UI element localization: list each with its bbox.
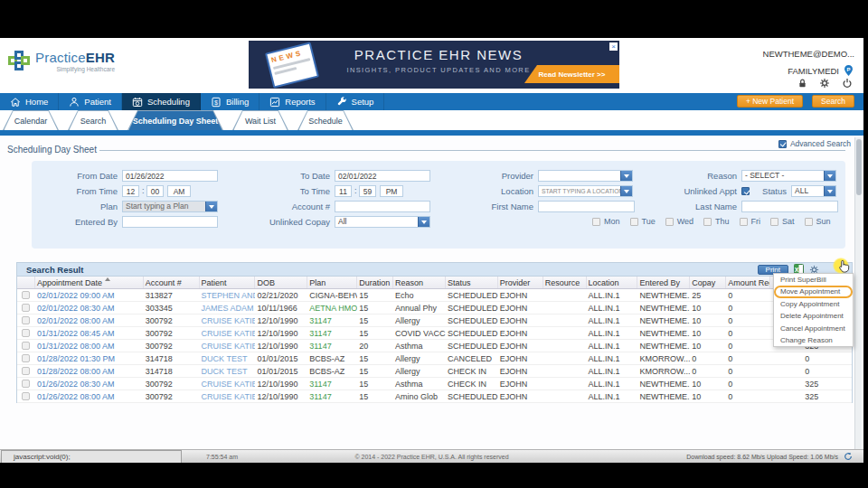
table-row[interactable]: 01/28/2022 01:30 PM314718DUCK TEST01/01/… [17,352,852,365]
tab-calendar[interactable]: Calendar [3,110,59,130]
weekday-mon-checkbox[interactable] [592,218,600,226]
entered-by-input[interactable] [122,216,218,228]
tab-search[interactable]: Search [68,110,118,130]
menu-item-change-reason[interactable]: Change Reason [774,334,853,346]
unlinked-copay-select[interactable]: All [335,216,430,228]
row-checkbox[interactable] [22,291,30,299]
cell-patient[interactable]: DUCK TEST [200,365,256,377]
cell-patient[interactable]: JAMES ADAM [200,302,256,314]
cell-appointment_date[interactable]: 01/28/2022 08:00 AM [35,365,144,377]
first-name-input[interactable] [538,201,635,212]
location-select[interactable]: START TYPING A LOCATION [538,185,633,197]
tab-scheduling-day-sheet[interactable]: Scheduling Day Sheet [127,110,223,130]
from-time-minute-input[interactable] [146,185,164,197]
weekday-wed-checkbox[interactable] [665,218,674,226]
power-icon[interactable] [842,78,853,89]
scrollbar-thumb[interactable] [856,139,862,195]
cell-appointment_date[interactable]: 01/26/2022 08:30 AM [35,378,144,389]
chevron-down-icon[interactable] [205,202,217,211]
nav-item-setup[interactable]: Setup [326,93,385,110]
column-header-dob[interactable]: DOB [255,277,307,288]
row-checkbox[interactable] [22,304,30,312]
menu-item-cancel-appointment[interactable]: Cancel Appointment [774,323,853,334]
cell-appointment_date[interactable]: 02/01/2022 08:00 AM [35,314,144,326]
menu-item-copy-appointment[interactable]: Copy Appointment [774,298,853,310]
weekday-thu-checkbox[interactable] [703,218,712,226]
tab-schedule[interactable]: Schedule [297,110,354,130]
location-pin-icon[interactable]: P [843,64,854,78]
table-row[interactable]: 02/01/2022 08:30 AM303345JAMES ADAM10/11… [17,302,852,314]
row-checkbox[interactable] [22,380,30,388]
read-newsletter-button[interactable]: Read Newsletter >> [524,65,619,83]
new-patient-button[interactable]: + New Patient [737,95,803,108]
table-row[interactable]: 02/01/2022 09:00 AM313827STEPHEN AND...0… [17,289,852,302]
lock-icon[interactable] [797,78,807,89]
table-row[interactable]: 01/31/2022 08:00 AM300792CRUISE KATIE12/… [17,340,852,352]
cell-appointment_date[interactable]: 01/28/2022 01:30 PM [35,352,144,364]
column-header-status[interactable]: Status [446,277,498,288]
chevron-down-icon[interactable] [824,171,835,181]
from-time-hour-input[interactable] [122,185,139,197]
to-time-minute-input[interactable] [359,185,376,197]
column-header-reason[interactable]: Reason [393,277,446,288]
cell-appointment_date[interactable]: 01/31/2022 08:45 AM [35,327,144,339]
row-checkbox[interactable] [22,316,30,324]
chevron-down-icon[interactable] [620,171,632,181]
column-header-account[interactable]: Account # [144,277,200,288]
row-checkbox[interactable] [22,342,30,350]
nav-item-billing[interactable]: $Billing [201,93,259,110]
table-row[interactable]: 01/26/2022 08:30 AM300792CRUISE KATIE12/… [17,378,852,390]
nav-item-scheduling[interactable]: Scheduling [122,93,201,110]
top-search-button[interactable]: Search [812,95,854,108]
reason-select[interactable]: - SELECT - [741,170,836,182]
cell-patient[interactable]: CRUISE KATIE [200,390,256,402]
weekday-sun-checkbox[interactable] [805,218,813,226]
status-select[interactable]: ALL [791,185,836,197]
refresh-icon[interactable] [844,452,853,461]
cell-patient[interactable]: CRUISE KATIE [200,340,256,352]
cell-patient[interactable]: DUCK TEST [200,352,256,364]
unlinked-appt-checkbox[interactable] [741,187,750,195]
cell-patient[interactable]: CRUISE KATIE [200,378,256,389]
cell-appointment_date[interactable]: 02/01/2022 08:30 AM [35,302,144,314]
cell-appointment_date[interactable]: 01/26/2022 08:00 AM [35,390,144,402]
table-row[interactable]: 01/26/2022 08:00 AM300792CRUISE KATIE12/… [17,390,852,403]
news-banner[interactable]: NEWS PRACTICE EHR NEWS INSIGHTS, PRODUCT… [249,41,619,89]
from-date-input[interactable] [122,170,218,182]
column-header-amount[interactable]: Amount Rec [726,277,770,288]
column-header-provider[interactable]: Provider [498,277,543,288]
cell-appointment_date[interactable]: 02/01/2022 09:00 AM [35,289,144,301]
column-header-entered_by[interactable]: Entered By [637,277,690,288]
gear-icon[interactable] [819,78,830,89]
tab-wait-list[interactable]: Wait List [232,110,288,130]
nav-item-reports[interactable]: Reports [259,93,326,110]
cell-appointment_date[interactable]: 01/31/2022 08:00 AM [35,340,144,352]
table-row[interactable]: 01/31/2022 08:45 AM300792CRUISE KATIE12/… [17,327,852,340]
column-header-resource[interactable]: Resource [543,277,587,288]
column-header-plan[interactable]: Plan [307,277,357,288]
chevron-down-icon[interactable] [620,186,632,196]
column-header-copay[interactable]: Copay [690,277,726,288]
row-checkbox[interactable] [22,354,30,362]
column-header-patient[interactable]: Patient [200,277,256,288]
weekday-tue-checkbox[interactable] [630,218,638,226]
row-checkbox[interactable] [22,367,30,375]
cell-patient[interactable]: CRUISE KATIE [200,327,256,339]
nav-item-patient[interactable]: Patient [59,93,122,110]
table-row[interactable]: 02/01/2022 08:00 AM300792CRUISE KATIE12/… [17,314,852,327]
row-checkbox[interactable] [22,329,30,337]
column-header-location[interactable]: Location [587,277,638,288]
menu-item-delete-appointment[interactable]: Delete Appointment [774,310,853,322]
plan-select[interactable]: Start typing a Plan [122,201,218,212]
menu-item-print-superbill[interactable]: Print SuperBill [774,274,853,286]
column-header-appointment_date[interactable]: Appointment Date [35,277,144,288]
chevron-down-icon[interactable] [418,217,429,227]
weekday-fri-checkbox[interactable] [740,218,748,226]
chevron-down-icon[interactable] [824,186,835,196]
cell-patient[interactable]: STEPHEN AND... [200,289,256,301]
nav-item-home[interactable]: Home [0,93,59,110]
table-row[interactable]: 01/28/2022 08:00 AM314718DUCK TEST01/01/… [17,365,852,378]
to-time-hour-input[interactable] [335,185,352,197]
banner-close-icon[interactable]: × [609,42,618,51]
column-header-duration[interactable]: Duration [357,277,393,288]
